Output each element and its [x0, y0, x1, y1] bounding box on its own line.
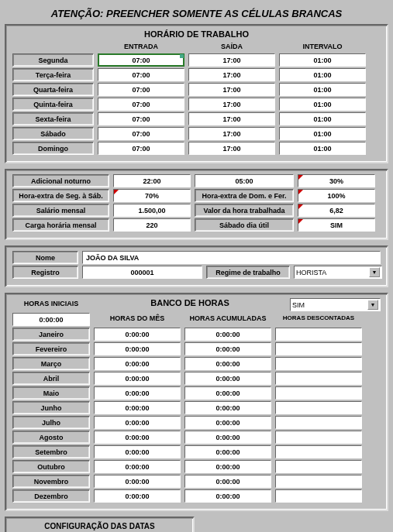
banco-cell[interactable]	[275, 431, 362, 444]
banco-cell[interactable]	[275, 386, 362, 400]
inp-adicional-inicio[interactable]: 22:00	[113, 174, 191, 187]
banco-cell: 0:00:00	[94, 475, 181, 488]
month-label: Abril	[12, 372, 90, 385]
month-label: Março	[12, 357, 90, 370]
banco-cell: 0:00:00	[184, 342, 271, 355]
banco-cell: 0:00:00	[184, 386, 271, 400]
banco-cell: 0:00:00	[184, 475, 271, 488]
inp-salario[interactable]: 1.500,00	[113, 204, 191, 217]
horario-cell[interactable]: 17:00	[188, 83, 275, 96]
lbl-carga: Carga horária mensal	[12, 218, 109, 232]
inp-adicional-fim[interactable]: 05:00	[195, 174, 294, 187]
panel-horario: HORÁRIO DE TRABALHO ENTRADA SAÍDA INTERV…	[5, 24, 388, 163]
inp-valor-hora[interactable]: 6,82	[298, 204, 375, 217]
month-label: Dezembro	[12, 489, 90, 503]
page-title: ATENÇÃO: PREENCHER SOMENTE AS CÉLULAS BR…	[5, 5, 388, 24]
sel-banco-value: SIM	[292, 301, 305, 309]
hdr-intervalo: INTERVALO	[279, 41, 366, 52]
horario-title: HORÁRIO DE TRABALHO	[12, 29, 381, 39]
horario-cell[interactable]: 17:00	[188, 142, 275, 155]
day-label: Segunda	[12, 53, 94, 67]
lbl-valor-hora: Valor da hora trabalhada	[195, 204, 294, 217]
inp-adicional-pct[interactable]: 30%	[298, 174, 375, 187]
horario-cell[interactable]: 01:00	[279, 112, 366, 125]
horario-cell[interactable]: 07:00	[98, 112, 184, 125]
banco-cell: 0:00:00	[94, 372, 181, 385]
lbl-he-domfer: Hora-extra de Dom. e Fer.	[195, 189, 294, 202]
horario-cell[interactable]: 17:00	[188, 112, 275, 125]
banco-cell[interactable]	[275, 460, 362, 473]
inp-he-segsab[interactable]: 70%	[113, 189, 191, 202]
chevron-down-icon: ▼	[367, 300, 378, 310]
banco-cell[interactable]	[275, 401, 362, 414]
banco-cell: 0:00:00	[94, 328, 181, 341]
hdr-horas-desc: HORAS DESCONTADAS	[275, 313, 362, 326]
horario-cell[interactable]: 01:00	[279, 127, 366, 140]
banco-cell: 0:00:00	[184, 489, 271, 503]
horario-cell[interactable]: 17:00	[188, 68, 275, 81]
banco-cell: 0:00:00	[184, 401, 271, 414]
month-label: Maio	[12, 386, 90, 400]
banco-cell[interactable]	[275, 445, 362, 458]
inp-nome[interactable]: JOÃO DA SILVA	[82, 251, 381, 264]
hdr-horas-mes: HORAS DO MÊS	[94, 313, 181, 326]
horario-cell[interactable]: 01:00	[279, 98, 366, 111]
sel-banco[interactable]: SIM ▼	[290, 298, 381, 311]
month-label: Novembro	[12, 475, 90, 488]
banco-cell: 0:00:00	[94, 445, 181, 458]
horario-cell[interactable]: 17:00	[188, 53, 275, 67]
banco-cell[interactable]	[275, 328, 362, 341]
banco-cell[interactable]	[275, 372, 362, 385]
horario-cell[interactable]: 01:00	[279, 83, 366, 96]
banco-cell[interactable]	[275, 416, 362, 429]
banco-cell[interactable]	[275, 342, 362, 355]
banco-cell: 0:00:00	[94, 357, 181, 370]
banco-cell: 0:00:00	[184, 357, 271, 370]
banco-cell: 0:00:00	[94, 342, 181, 355]
horario-cell[interactable]: 07:00	[98, 142, 184, 155]
inp-he-domfer[interactable]: 100%	[298, 189, 375, 202]
banco-cell: 0:00:00	[94, 416, 181, 429]
lbl-nome: Nome	[12, 251, 78, 264]
horario-cell[interactable]: 01:00	[279, 53, 366, 67]
banco-cell[interactable]	[275, 475, 362, 488]
banco-cell: 0:00:00	[94, 431, 181, 444]
day-label: Domingo	[12, 142, 94, 155]
panel-pessoa: Nome JOÃO DA SILVA Registro 000001 Regim…	[5, 245, 388, 287]
inp-registro[interactable]: 000001	[82, 266, 202, 279]
banco-cell: 0:00:00	[184, 445, 271, 458]
lbl-regime: Regime de trabalho	[206, 266, 290, 279]
month-label: Agosto	[12, 431, 90, 444]
hdr-horas-acum: HORAS ACUMULADAS	[184, 313, 271, 326]
day-label: Sábado	[12, 127, 94, 140]
panel-banco: HORAS INICIAIS BANCO DE HORAS SIM ▼ 0:00…	[5, 293, 388, 511]
month-label: Julho	[12, 416, 90, 429]
day-label: Sexta-feira	[12, 112, 94, 125]
horario-cell[interactable]: 07:00	[98, 98, 184, 111]
month-label: Outubro	[12, 460, 90, 473]
horario-cell[interactable]: 07:00	[98, 53, 184, 67]
month-label: Janeiro	[12, 328, 90, 341]
chevron-down-icon: ▼	[369, 267, 380, 277]
horario-cell[interactable]: 17:00	[188, 98, 275, 111]
sel-regime[interactable]: HORISTA ▼	[294, 266, 382, 279]
day-label: Terça-feira	[12, 68, 94, 81]
horario-cell[interactable]: 01:00	[279, 142, 366, 155]
banco-cell: 0:00:00	[184, 460, 271, 473]
hdr-saida: SAÍDA	[188, 41, 275, 52]
banco-cell: 0:00:00	[184, 416, 271, 429]
inp-sabado-util[interactable]: SIM	[298, 218, 375, 232]
horario-cell[interactable]: 07:00	[98, 127, 184, 140]
banco-cell[interactable]	[275, 357, 362, 370]
horario-cell[interactable]: 07:00	[98, 68, 184, 81]
lbl-sabado-util: Sábado dia útil	[195, 218, 294, 232]
inp-carga[interactable]: 220	[113, 218, 191, 232]
lbl-adicional-noturno: Adicional noturno	[12, 174, 109, 187]
panel-extras: Adicional noturno 22:00 05:00 30% Hora-e…	[5, 169, 388, 240]
horario-cell[interactable]: 07:00	[98, 83, 184, 96]
horario-cell[interactable]: 01:00	[279, 68, 366, 81]
inp-horas-iniciais[interactable]: 0:00:00	[12, 313, 90, 326]
banco-cell[interactable]	[275, 489, 362, 503]
day-label: Quinta-feira	[12, 98, 94, 111]
horario-cell[interactable]: 17:00	[188, 127, 275, 140]
